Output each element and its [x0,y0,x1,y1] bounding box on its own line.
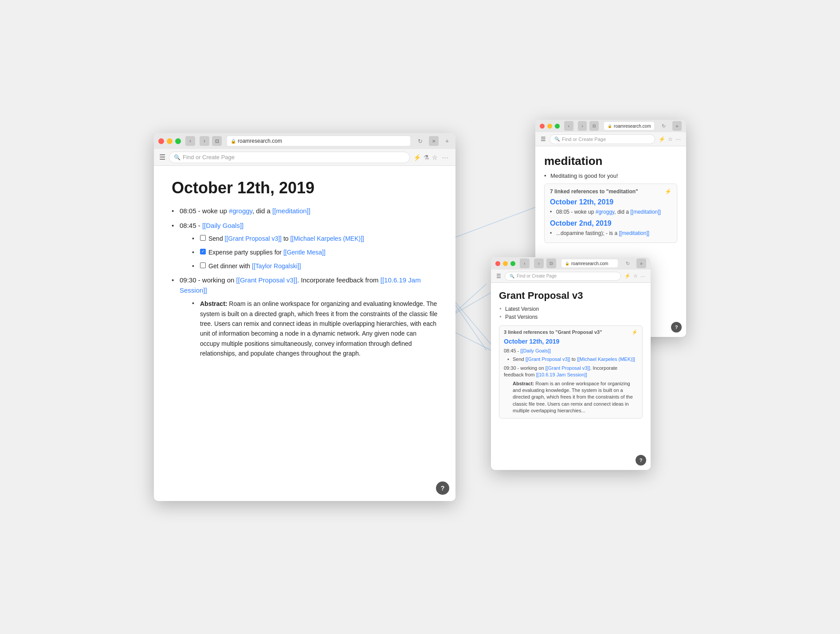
linked-refs-box: 7 linked references to "meditation" ⚡ Oc… [544,184,677,243]
grant-more-btn[interactable]: » [636,258,646,268]
med-star-icon[interactable]: ☆ [668,136,673,142]
abstract-text: Abstract: Roam is an online workspace fo… [200,299,438,358]
back-button[interactable]: ‹ [185,136,195,146]
grant-content: Grant Proposal v3 Latest Version Past Ve… [491,283,651,470]
checkbox-2[interactable] [200,249,206,254]
layout-icon[interactable]: ⊡ [212,136,222,146]
grant-tl-yellow[interactable] [503,261,508,266]
main-browser-window: ‹ › ⊡ 🔒 roamresearch.com ↻ » + ☰ 🔍 Find … [154,133,455,501]
forward-button[interactable]: › [200,136,209,146]
grant-ref-count: 3 linked references to "Grant Proposal v… [504,329,602,335]
linked-refs-filter-icon[interactable]: ⚡ [665,188,671,195]
med-intro-bullet: Meditating is good for you! [544,172,677,179]
grant-ref-jam[interactable]: [[10.6.19 Jam Session]] [536,372,587,377]
grant-ref-grant2[interactable]: [[Grant Proposal v3]] [546,365,590,371]
grant-forward-btn[interactable]: › [534,258,544,268]
star-icon[interactable]: ☆ [432,154,438,161]
grant-tl-green[interactable] [510,261,515,266]
menu-button[interactable]: ☰ [159,153,165,161]
help-button[interactable]: ? [436,481,449,495]
filter-icon[interactable]: ⚡ [413,154,421,161]
med-filter-icon[interactable]: ⚡ [659,136,665,142]
grant-tl-red[interactable] [495,261,500,266]
checkbox-1[interactable] [200,235,206,241]
med-ref-wikilink[interactable]: [[meditation]] [630,209,661,215]
checkbox-3[interactable] [200,262,206,268]
med-address-bar[interactable]: 🔒 roamresearch.com [604,122,654,130]
grant-search-bar[interactable]: 🔍 Find or Create Page [505,272,621,281]
wikilink-michael[interactable]: [[Michael Karpeles (MEK)]] [290,235,364,242]
page-title: October 12th, 2019 [172,178,438,197]
grant-refresh-btn[interactable]: ↻ [623,259,632,268]
refresh-button[interactable]: ↻ [416,137,424,145]
traffic-light-green[interactable] [175,138,181,144]
wikilink-meditation[interactable]: [[meditation]] [272,207,310,215]
wikilink-jam-session[interactable]: [[10.6.19 Jam Session]] [180,276,421,294]
wikilink-gentle-mesa[interactable]: [[Gentle Mesa]] [283,249,326,256]
grant-help-button[interactable]: ? [636,455,646,466]
med-refresh-btn[interactable]: ↻ [659,121,668,130]
grant-address-bar[interactable]: 🔒 roamresearch.com [561,259,618,267]
grant-filter-icon[interactable]: ⚡ [624,273,631,279]
med-more-btn[interactable]: » [672,121,682,131]
grant-ref-michael-link[interactable]: [[Michael Karpeles (MEK)]] [577,356,635,362]
med-more-icon[interactable]: ··· [675,136,681,142]
wikilink-grant-proposal[interactable]: [[Grant Proposal v3]] [225,235,282,242]
grant-search-placeholder: Find or Create Page [517,274,557,278]
grant-sub-ref-1: Send [[Grant Proposal v3]] to [[Michael … [504,356,638,363]
grant-url-text: roamresearch.com [571,261,608,266]
grant-layout-icon[interactable]: ⊡ [546,258,556,268]
med-help-button[interactable]: ? [671,322,682,333]
wikilink-daily-goals[interactable]: [[Daily Goals]] [202,222,243,229]
traffic-light-yellow[interactable] [167,138,173,144]
main-toolbar: ☰ 🔍 Find or Create Page ⚡ ⚗ ☆ ··· [154,149,455,166]
grant-ref-page-1[interactable]: October 12th, 2019 [504,338,638,345]
grant-ref-text-1: 08:45 - [[Daily Goals]] [504,348,638,354]
med-search-bar[interactable]: 🔍 Find or Create Page [550,134,655,144]
abstract-item: Abstract: Roam is an online workspace fo… [192,299,438,358]
grant-abstract-text: Abstract: Roam is an online workspace fo… [504,380,638,415]
med-tl-green[interactable] [555,124,560,129]
med-menu-button[interactable]: ☰ [541,136,546,142]
med-tl-yellow[interactable] [547,124,552,129]
linked-refs-count: 7 linked references to "meditation" [550,188,638,195]
grant-menu-button[interactable]: ☰ [496,273,501,279]
med-lock-icon: 🔒 [608,124,612,128]
hashtag-groggy[interactable]: #groggy [229,207,252,215]
new-tab-button[interactable]: + [443,137,451,145]
med-ref-page-2[interactable]: October 2nd, 2019 [550,219,671,227]
grant-ref-filter-icon[interactable]: ⚡ [632,329,638,335]
address-bar[interactable]: 🔒 roamresearch.com [227,136,410,146]
grant-star-icon[interactable]: ☆ [633,273,638,279]
grant-ref-grant-link[interactable]: [[Grant Proposal v3]] [526,356,570,362]
sub-bullet-1: Send [[Grant Proposal v3]] to [[Michael … [192,234,438,243]
main-content: October 12th, 2019 08:05 - woke up #grog… [154,166,455,501]
med-ref-hashtag[interactable]: #groggy [596,209,614,215]
sub-bullet-2: Expense party supplies for [[Gentle Mesa… [192,248,438,257]
med-search-placeholder: Find or Create Page [562,137,606,142]
med-forward-btn[interactable]: › [578,121,587,131]
med-layout-icon[interactable]: ⊡ [589,121,599,131]
wikilink-taylor[interactable]: [[Taylor Rogalski]] [252,262,301,270]
grant-bullet-2: Past Versions [499,314,643,320]
grant-page-title: Grant Proposal v3 [499,290,643,301]
traffic-light-red[interactable] [158,138,164,144]
grant-linked-refs: 3 linked references to "Grant Proposal v… [499,325,643,419]
more-options-icon[interactable]: ··· [440,153,450,162]
search-icon: 🔍 [174,154,181,160]
med-ref-wikilink-2[interactable]: [[meditation]] [619,230,649,236]
search-bar[interactable]: 🔍 Find or Create Page [169,152,410,163]
grant-back-btn[interactable]: ‹ [520,258,530,268]
bullet-list: 08:05 - woke up #groggy, did a [[meditat… [172,206,438,358]
grant-ref-daily-goals[interactable]: [[Daily Goals]] [520,348,550,353]
filter-outline-icon[interactable]: ⚗ [424,154,429,161]
med-tl-red[interactable] [540,124,545,129]
med-url-text: roamresearch.com [614,124,651,129]
scene: ‹ › ⊡ 🔒 roamresearch.com ↻ » + ☰ 🔍 Find … [154,106,686,528]
med-back-btn[interactable]: ‹ [564,121,573,131]
wikilink-grant-proposal-2[interactable]: [[Grant Proposal v3]] [236,276,298,284]
extensions-button[interactable]: » [429,136,439,146]
sub-bullet-list: Send [[Grant Proposal v3]] to [[Michael … [192,234,438,271]
med-ref-page-1[interactable]: October 12th, 2019 [550,198,671,206]
grant-more-icon[interactable]: ··· [640,274,645,279]
